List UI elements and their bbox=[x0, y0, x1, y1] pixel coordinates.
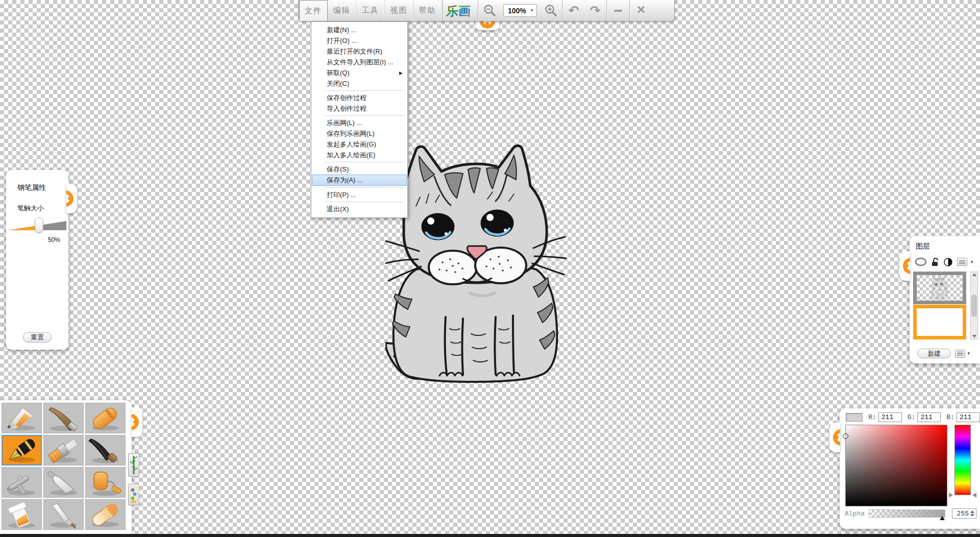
brush-tool-paint-roller[interactable] bbox=[85, 467, 126, 498]
file-menu-item-lehua-net[interactable]: 乐画网(L) ... bbox=[312, 117, 407, 128]
brush-tool-flat-brush[interactable] bbox=[43, 435, 84, 466]
layer-thumbnail-checker bbox=[917, 275, 963, 301]
brush-grid bbox=[2, 403, 132, 530]
file-menu-item-close[interactable]: 关闭(C) bbox=[312, 78, 407, 89]
scrollbar-thumb[interactable] bbox=[971, 295, 977, 317]
file-menu-item-recent[interactable]: 最近打开的文件(R) bbox=[312, 46, 407, 57]
close-button[interactable]: × bbox=[630, 0, 652, 21]
orange-dot-icon bbox=[68, 197, 71, 200]
minimize-button[interactable] bbox=[607, 0, 629, 21]
spin-down-icon[interactable] bbox=[970, 514, 974, 517]
wood-pencil-icon bbox=[44, 403, 83, 433]
file-menu-item-save-to-lehua[interactable]: 保存到乐画网(L) bbox=[312, 128, 407, 139]
scroll-down-icon[interactable] bbox=[972, 335, 976, 338]
toolbar-collapse-handle[interactable] bbox=[476, 21, 499, 30]
slider-thumb[interactable] bbox=[35, 217, 43, 233]
redo-button[interactable]: ↷ bbox=[584, 0, 606, 21]
airbrush-icon bbox=[2, 468, 41, 497]
file-menu-item-start-multiplayer[interactable]: 发起多人绘画(G) bbox=[312, 139, 407, 150]
layer-menu-icon[interactable] bbox=[957, 258, 967, 266]
brush-tool-paint-jar[interactable] bbox=[2, 499, 42, 530]
file-menu-item-save-process[interactable]: 保存创作过程 bbox=[312, 92, 407, 103]
orange-dot-icon bbox=[485, 22, 489, 26]
brush-tool-fountain-pen[interactable] bbox=[2, 435, 42, 466]
new-layer-button[interactable]: 新建 bbox=[917, 349, 951, 358]
canvas-cat-drawing bbox=[385, 141, 567, 388]
zoom-in-button[interactable] bbox=[540, 0, 561, 21]
file-menu-item-exit[interactable]: 退出(X) bbox=[312, 204, 407, 214]
minimize-icon bbox=[614, 10, 622, 12]
brush-tool-palette-knife[interactable] bbox=[43, 467, 84, 498]
alpha-slider[interactable] bbox=[869, 509, 945, 518]
brush-palette-panel bbox=[0, 400, 132, 537]
spinner-arrows[interactable] bbox=[970, 510, 974, 517]
layer-item-transparent[interactable] bbox=[913, 272, 966, 304]
layers-panel: 图层 ▼ 新建 ▼ bbox=[910, 236, 980, 363]
visibility-eye-icon[interactable] bbox=[915, 257, 927, 266]
zoom-level-select[interactable]: 100% ▼ bbox=[503, 4, 537, 17]
brush-panel-collapse-handle[interactable] bbox=[132, 407, 142, 437]
pen-panel-collapse-handle[interactable] bbox=[66, 184, 77, 213]
file-menu-item-open[interactable]: 打开(O) ... bbox=[312, 35, 407, 46]
menu-file[interactable]: 文件 bbox=[299, 0, 328, 21]
color-panel-collapse-handle[interactable] bbox=[829, 423, 840, 452]
file-menu-item-import-to-layer[interactable]: 从文件导入到图层(I) ... bbox=[312, 57, 407, 67]
brush-tool-pastel[interactable] bbox=[85, 499, 126, 530]
file-menu-item-new[interactable]: 新建(N) ... bbox=[312, 25, 407, 35]
sv-marker-circle[interactable] bbox=[843, 433, 848, 439]
menu-separator bbox=[324, 162, 404, 162]
brush-tool-ink-brush[interactable] bbox=[85, 435, 126, 466]
layer-item-background-selected[interactable] bbox=[913, 305, 966, 339]
crayon-icon bbox=[86, 403, 125, 433]
menu-edit[interactable]: 编辑 bbox=[328, 0, 356, 21]
saturation-value-picker[interactable] bbox=[845, 425, 947, 506]
file-menu-item-save[interactable]: 保存(S) bbox=[312, 164, 407, 175]
hue-marker-left-icon[interactable] bbox=[949, 493, 953, 498]
file-menu-item-save-as[interactable]: 保存为(A) ... bbox=[312, 175, 407, 186]
file-menu-item-join-multiplayer[interactable]: 加入多人绘画(E) bbox=[312, 150, 407, 160]
reset-button[interactable]: 重置 bbox=[23, 332, 52, 343]
screen-edge-strip bbox=[0, 534, 980, 537]
opacity-half-circle-icon[interactable] bbox=[944, 258, 952, 266]
picture-stamp-button[interactable] bbox=[128, 484, 139, 505]
alpha-marker-icon[interactable] bbox=[940, 516, 945, 520]
brush-size-slider[interactable] bbox=[8, 218, 66, 234]
hue-slider[interactable] bbox=[954, 425, 971, 495]
paint-jar-icon bbox=[2, 500, 41, 529]
brush-tool-airbrush[interactable] bbox=[2, 467, 42, 498]
undo-button[interactable]: ↶ bbox=[563, 0, 584, 21]
undo-icon: ↶ bbox=[569, 4, 579, 17]
spin-up-icon[interactable] bbox=[970, 510, 974, 513]
brush-tool-crayon[interactable] bbox=[85, 403, 126, 433]
pencil-icon bbox=[2, 403, 41, 433]
layers-panel-collapse-handle[interactable] bbox=[899, 251, 910, 281]
file-menu-item-import-process[interactable]: 导入创作过程 bbox=[312, 103, 407, 114]
file-menu-item-acquire[interactable]: 获取(Q) ▶ bbox=[312, 67, 407, 78]
alpha-input[interactable] bbox=[952, 510, 969, 518]
zoom-in-icon bbox=[544, 4, 557, 17]
layer-options-menu-icon[interactable] bbox=[955, 350, 965, 358]
menu-tools[interactable]: 工具 bbox=[356, 0, 385, 21]
brush-tool-wood-pencil[interactable] bbox=[43, 403, 84, 433]
b-input[interactable] bbox=[957, 412, 980, 422]
chevron-down-icon[interactable]: ▼ bbox=[967, 351, 971, 356]
menu-view[interactable]: 视图 bbox=[385, 0, 413, 21]
menu-help[interactable]: 帮助 bbox=[413, 0, 442, 21]
alpha-spinner[interactable] bbox=[952, 508, 976, 519]
brush-tool-pencil[interactable] bbox=[2, 403, 42, 433]
scroll-up-icon[interactable] bbox=[972, 273, 976, 276]
hue-marker-right-icon[interactable] bbox=[972, 493, 976, 498]
alpha-row: Alpha bbox=[840, 508, 980, 519]
zoom-out-button[interactable] bbox=[479, 0, 500, 21]
layer-scrollbar[interactable] bbox=[970, 272, 978, 339]
file-menu-dropdown: 新建(N) ... 打开(O) ... 最近打开的文件(R) 从文件导入到图层(… bbox=[311, 21, 408, 218]
r-input[interactable] bbox=[878, 412, 902, 422]
unlock-icon[interactable] bbox=[932, 258, 939, 266]
submenu-arrow-icon: ▶ bbox=[399, 70, 403, 76]
chevron-down-icon[interactable]: ▼ bbox=[970, 260, 974, 264]
bamboo-stamp-button[interactable] bbox=[128, 453, 139, 477]
file-menu-item-print[interactable]: 打印(P) ... bbox=[312, 189, 407, 200]
g-input[interactable] bbox=[917, 412, 941, 422]
fountain-pen-icon bbox=[3, 436, 41, 465]
brush-tool-fine-brush[interactable] bbox=[43, 499, 84, 530]
